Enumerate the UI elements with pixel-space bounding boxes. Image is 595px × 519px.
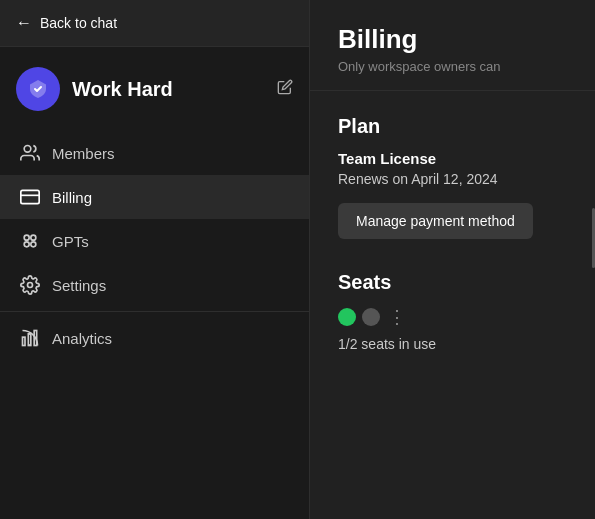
nav-divider [0, 311, 309, 312]
gpts-icon [20, 231, 40, 251]
svg-rect-9 [28, 334, 31, 346]
back-to-chat-button[interactable]: ← Back to chat [0, 0, 309, 47]
main-header: Billing Only workspace owners can [310, 0, 595, 91]
svg-point-7 [28, 283, 33, 288]
seats-count: 1/2 seats in use [338, 336, 567, 352]
plan-name: Team License [338, 150, 567, 167]
main-content-area: Billing Only workspace owners can Plan T… [310, 0, 595, 519]
back-arrow-icon: ← [16, 14, 32, 32]
seats-more-icon[interactable]: ⋮ [388, 306, 406, 328]
analytics-icon [20, 328, 40, 348]
nav-list: Members Billing GPTs [0, 127, 309, 364]
svg-point-3 [24, 235, 29, 240]
svg-point-4 [31, 235, 36, 240]
page-subtitle: Only workspace owners can [338, 59, 567, 74]
members-icon [20, 143, 40, 163]
analytics-label: Analytics [52, 330, 112, 347]
edit-icon[interactable] [277, 79, 293, 99]
settings-label: Settings [52, 277, 106, 294]
settings-icon [20, 275, 40, 295]
billing-label: Billing [52, 189, 92, 206]
sidebar-item-billing[interactable]: Billing [0, 175, 309, 219]
gpts-label: GPTs [52, 233, 89, 250]
sidebar: ← Back to chat Work Hard [0, 0, 310, 519]
svg-rect-8 [23, 337, 26, 345]
back-label: Back to chat [40, 15, 117, 31]
page-title: Billing [338, 24, 567, 55]
members-label: Members [52, 145, 115, 162]
sidebar-item-analytics[interactable]: Analytics [0, 316, 309, 360]
workspace-logo [16, 67, 60, 111]
workspace-info: Work Hard [16, 67, 173, 111]
logo-icon [26, 77, 50, 101]
manage-payment-button[interactable]: Manage payment method [338, 203, 533, 239]
svg-point-0 [24, 146, 31, 153]
plan-renew-date: Renews on April 12, 2024 [338, 171, 567, 187]
seat-used-dot [338, 308, 356, 326]
seat-available-dot [362, 308, 380, 326]
sidebar-item-gpts[interactable]: GPTs [0, 219, 309, 263]
billing-content: Plan Team License Renews on April 12, 20… [310, 91, 595, 408]
billing-icon [20, 187, 40, 207]
seats-dots: ⋮ [338, 306, 567, 328]
svg-point-5 [24, 242, 29, 247]
seats-section-title: Seats [338, 271, 567, 294]
sidebar-item-settings[interactable]: Settings [0, 263, 309, 307]
svg-point-6 [31, 242, 36, 247]
plan-section: Plan Team License Renews on April 12, 20… [338, 115, 567, 239]
workspace-header: Work Hard [0, 47, 309, 127]
seats-section: Seats ⋮ 1/2 seats in use [338, 271, 567, 352]
plan-section-title: Plan [338, 115, 567, 138]
workspace-name: Work Hard [72, 78, 173, 101]
sidebar-item-members[interactable]: Members [0, 131, 309, 175]
svg-rect-1 [21, 190, 39, 203]
